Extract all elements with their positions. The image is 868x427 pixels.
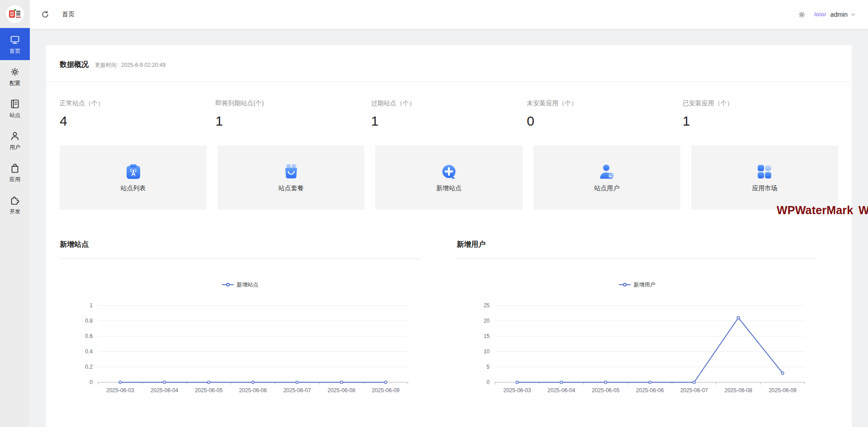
settings-gear-icon[interactable] [797, 10, 806, 19]
svg-text:2025-06-03: 2025-06-03 [503, 387, 531, 394]
shortcut-card-site-users[interactable]: 站点用户 [533, 145, 680, 210]
stat-card: 正常站点（个）4 [60, 99, 215, 128]
new-users-chart-section: 新增用户 新增用户 05101520252025-06-032025-06-04… [457, 240, 817, 402]
sidebar-item-apps[interactable]: 应用 [0, 156, 30, 188]
sidebar-item-label: 用户 [9, 145, 20, 150]
shortcut-label: 站点列表 [121, 184, 146, 192]
legend-label: 新增站点 [237, 281, 259, 289]
stat-value: 1 [683, 113, 838, 128]
bag-icon [9, 163, 20, 174]
main-content: 数据概况 更新时间 : 2025-6-9 02:20:49 正常站点（个）4即将… [30, 29, 868, 427]
app-market-icon [755, 163, 774, 181]
svg-text:20: 20 [484, 318, 490, 324]
stat-value: 4 [60, 113, 215, 128]
stat-label: 即将到期站点(个) [215, 99, 371, 108]
charts-row: 新增站点 新增站点 00.20.40.60.812025-06-032025-0… [60, 240, 838, 402]
legend-line-icon [222, 284, 234, 285]
stat-card: 过期站点（个）1 [371, 99, 527, 128]
site-plan-icon [282, 163, 300, 181]
shortcut-card-site-list[interactable]: 站点列表 [60, 145, 207, 210]
svg-text:2025-06-07: 2025-06-07 [283, 387, 311, 394]
svg-text:0: 0 [486, 379, 490, 385]
stat-value: 0 [527, 113, 682, 128]
gear-icon [9, 66, 20, 77]
legend-line-icon [619, 284, 631, 285]
brand-logo-icon [6, 5, 24, 23]
sidebar-item-users[interactable]: 用户 [0, 124, 30, 156]
stat-card: 即将到期站点(个)1 [215, 99, 371, 128]
svg-text:0.4: 0.4 [85, 348, 93, 355]
overview-panel: 数据概况 更新时间 : 2025-6-9 02:20:49 正常站点（个）4即将… [46, 45, 852, 427]
sidebar-item-home[interactable]: 首页 [0, 28, 30, 60]
chart-title: 新增用户 [457, 240, 817, 249]
doc-list-icon [9, 99, 20, 109]
shortcut-label: 应用市场 [752, 184, 777, 192]
stat-card: 未安装应用（个）0 [527, 99, 682, 128]
puzzle-icon [9, 195, 20, 206]
overview-header: 数据概况 更新时间 : 2025-6-9 02:20:49 [60, 45, 838, 70]
sidebar-item-config[interactable]: 配置 [0, 60, 30, 92]
sidebar-item-label: 应用 [9, 177, 20, 182]
svg-text:0.8: 0.8 [85, 318, 93, 324]
shortcut-card-site-plan[interactable]: 站点套餐 [217, 145, 364, 210]
new-sites-line-chart: 00.20.40.60.812025-06-032025-06-042025-0… [60, 294, 420, 402]
svg-text:2025-06-03: 2025-06-03 [106, 387, 134, 394]
watermark-text-clipped: WPWaterMark [859, 204, 868, 217]
svg-text:2025-06-04: 2025-06-04 [547, 387, 576, 394]
svg-text:1: 1 [90, 302, 93, 309]
svg-text:15: 15 [484, 333, 490, 339]
user-menu[interactable]: admin [830, 11, 857, 18]
shortcut-label: 站点套餐 [278, 184, 304, 192]
legend-label: 新增用户 [634, 281, 656, 289]
sidebar-item-label: 站点 [9, 113, 20, 118]
sidebar-item-label: 开发 [9, 209, 20, 214]
sidebar-item-sites[interactable]: 站点 [0, 92, 30, 124]
divider [457, 258, 817, 259]
shortcut-label: 新增站点 [436, 184, 462, 192]
sidebar-nav: 首页配置站点用户应用开发 [0, 28, 30, 221]
stats-row: 正常站点（个）4即将到期站点(个)1过期站点（个）1未安装应用（个）0已安装应用… [60, 99, 838, 128]
add-site-icon [440, 163, 458, 181]
refresh-icon[interactable] [41, 10, 50, 19]
stat-value: 1 [371, 113, 527, 128]
overview-updated-time: 更新时间 : 2025-6-9 02:20:49 [95, 61, 165, 69]
new-sites-chart-section: 新增站点 新增站点 00.20.40.60.812025-06-032025-0… [60, 240, 420, 402]
stat-label: 已安装应用（个） [683, 99, 838, 108]
svg-text:2025-06-07: 2025-06-07 [680, 387, 708, 394]
chart-title: 新增站点 [60, 240, 420, 249]
shortcut-cards-row: 站点列表站点套餐新增站点站点用户应用市场 [60, 145, 838, 210]
breadcrumb[interactable]: 首页 [62, 10, 75, 19]
sidebar-item-label: 首页 [9, 48, 20, 54]
divider [46, 81, 852, 82]
stat-card: 已安装应用（个）1 [683, 99, 838, 128]
svg-text:25: 25 [484, 302, 490, 309]
stat-label: 过期站点（个） [371, 99, 527, 108]
brand-logo [0, 0, 30, 28]
topbar-right: loioi admin [797, 10, 857, 19]
svg-text:2025-06-09: 2025-06-09 [769, 387, 797, 394]
monitor-icon [9, 34, 20, 45]
svg-text:2025-06-05: 2025-06-05 [592, 387, 620, 394]
sidebar: 首页配置站点用户应用开发 [0, 0, 30, 427]
svg-text:2025-06-06: 2025-06-06 [239, 387, 267, 394]
svg-text:10: 10 [484, 348, 490, 355]
svg-text:0.2: 0.2 [85, 364, 93, 370]
shortcut-card-add-site[interactable]: 新增站点 [375, 145, 522, 210]
brand-glyph-icon [16, 11, 21, 18]
site-list-icon [124, 163, 142, 181]
svg-text:2025-06-06: 2025-06-06 [636, 387, 664, 394]
shortcut-label: 站点用户 [594, 184, 619, 192]
svg-text:5: 5 [486, 364, 490, 370]
username-label: admin [830, 11, 848, 18]
topbar: 首页 loioi admin [30, 0, 868, 29]
sidebar-item-dev[interactable]: 开发 [0, 188, 30, 221]
legend-new-sites[interactable]: 新增站点 [60, 280, 420, 289]
svg-text:2025-06-08: 2025-06-08 [328, 387, 356, 394]
svg-text:2025-06-05: 2025-06-05 [195, 387, 223, 394]
badge-label: loioi [814, 11, 826, 18]
brand-seal-icon [9, 10, 15, 18]
svg-text:2025-06-08: 2025-06-08 [725, 387, 753, 394]
legend-new-users[interactable]: 新增用户 [457, 280, 817, 289]
shortcut-card-app-market[interactable]: 应用市场 [691, 145, 838, 210]
divider [60, 258, 420, 259]
